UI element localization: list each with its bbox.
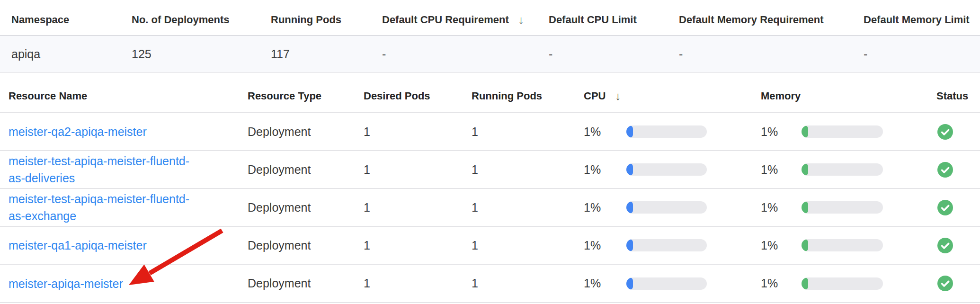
memory-percent: 1% — [761, 239, 802, 252]
status-healthy-icon — [937, 124, 953, 140]
table-row: meister-qa1-apiqa-meister Deployment 1 1… — [0, 226, 980, 264]
resources-table: Resource Name Resource Type Desired Pods… — [0, 73, 980, 303]
col-header-running-pods[interactable]: Running Pods — [472, 83, 584, 102]
cpu-usage: 1% — [584, 125, 761, 139]
namespace-resources-view: Namespace No. of Deployments Running Pod… — [0, 0, 980, 304]
cpu-usage-bar — [626, 239, 707, 251]
memory-usage-bar — [802, 239, 883, 251]
namespace-table: Namespace No. of Deployments Running Pod… — [0, 0, 980, 73]
namespace-table-header: Namespace No. of Deployments Running Pod… — [0, 0, 980, 36]
deployments-count: 125 — [132, 47, 271, 61]
resource-type: Deployment — [248, 277, 364, 290]
desired-pods-value: 1 — [364, 201, 472, 215]
desired-pods-value: 1 — [364, 125, 472, 139]
cpu-usage-bar — [626, 277, 707, 290]
status-cell — [936, 162, 980, 178]
col-header-resource-name[interactable]: Resource Name — [9, 83, 248, 102]
resource-name-link[interactable]: meister-qa2-apiqa-meister — [9, 125, 161, 138]
resources-table-header: Resource Name Resource Type Desired Pods… — [0, 73, 980, 112]
running-pods-value: 1 — [472, 239, 584, 252]
resource-name-link[interactable]: meister-test-apiqa-meister-fluentd- as-e… — [9, 192, 189, 223]
running-pods-count: 117 — [271, 47, 382, 61]
status-cell — [936, 200, 980, 215]
running-pods-value: 1 — [472, 163, 584, 177]
cpu-usage: 1% — [584, 163, 761, 177]
col-header-default-memory-limit[interactable]: Default Memory Limit — [864, 9, 980, 26]
col-header-memory[interactable]: Memory — [761, 83, 936, 102]
resource-type: Deployment — [248, 125, 364, 139]
cpu-usage: 1% — [584, 277, 761, 290]
resource-name-link[interactable]: meister-qa1-apiqa-meister — [9, 239, 161, 252]
table-row: meister-qa2-apiqa-meister Deployment 1 1… — [0, 112, 980, 150]
default-cpu-requirement-value: - — [382, 47, 549, 61]
cpu-percent: 1% — [584, 163, 626, 177]
cpu-usage-bar — [626, 125, 707, 138]
cpu-percent: 1% — [584, 125, 626, 139]
col-header-namespace[interactable]: Namespace — [11, 9, 132, 26]
col-header-resource-type[interactable]: Resource Type — [248, 83, 364, 102]
default-cpu-limit-value: - — [549, 47, 679, 61]
memory-percent: 1% — [761, 125, 802, 139]
resource-type: Deployment — [248, 163, 364, 177]
cpu-usage-bar — [626, 201, 707, 214]
memory-usage: 1% — [761, 239, 936, 252]
running-pods-value: 1 — [472, 201, 584, 215]
desired-pods-value: 1 — [364, 163, 472, 177]
resource-type: Deployment — [248, 239, 364, 252]
cpu-percent: 1% — [584, 239, 626, 252]
col-header-default-memory-requirement[interactable]: Default Memory Requirement — [679, 9, 864, 26]
status-healthy-icon — [937, 162, 953, 178]
col-header-default-cpu-requirement[interactable]: Default CPU Requirement ↓ — [382, 9, 549, 26]
memory-usage-bar — [802, 163, 883, 176]
namespace-row: apiqa 125 117 - - - - — [0, 36, 980, 73]
memory-usage: 1% — [761, 125, 936, 139]
memory-usage: 1% — [761, 201, 936, 215]
memory-usage: 1% — [761, 277, 936, 290]
status-cell — [936, 124, 980, 140]
col-header-running-pods[interactable]: Running Pods — [271, 9, 382, 26]
col-header-cpu[interactable]: CPU ↓ — [584, 83, 761, 102]
sort-descending-icon: ↓ — [518, 14, 524, 26]
running-pods-value: 1 — [472, 277, 584, 290]
col-header-status[interactable]: Status — [936, 83, 980, 102]
sort-descending-icon: ↓ — [615, 90, 621, 102]
memory-usage: 1% — [761, 163, 936, 177]
table-row: meister-test-apiqa-meister-fluentd- as-e… — [0, 188, 980, 226]
status-healthy-icon — [937, 238, 953, 253]
memory-percent: 1% — [761, 163, 802, 177]
memory-usage-bar — [802, 125, 883, 138]
running-pods-value: 1 — [472, 125, 584, 139]
resource-type: Deployment — [248, 201, 364, 215]
status-cell — [936, 238, 980, 253]
col-header-desired-pods[interactable]: Desired Pods — [364, 83, 472, 102]
table-row: meister-test-apiqa-meister-fluentd- as-d… — [0, 150, 980, 188]
default-memory-requirement-value: - — [679, 47, 864, 61]
status-healthy-icon — [937, 200, 953, 215]
memory-usage-bar — [802, 277, 883, 290]
desired-pods-value: 1 — [364, 239, 472, 252]
memory-percent: 1% — [761, 201, 802, 215]
desired-pods-value: 1 — [364, 277, 472, 290]
status-healthy-icon — [937, 276, 953, 291]
memory-usage-bar — [802, 201, 883, 214]
col-header-deployments[interactable]: No. of Deployments — [132, 9, 271, 26]
status-cell — [936, 276, 980, 291]
default-memory-limit-value: - — [864, 47, 980, 61]
namespace-name: apiqa — [11, 47, 132, 61]
resource-name-link[interactable]: meister-test-apiqa-meister-fluentd- as-d… — [9, 154, 189, 185]
memory-percent: 1% — [761, 277, 802, 290]
col-header-default-cpu-limit[interactable]: Default CPU Limit — [549, 9, 679, 26]
cpu-percent: 1% — [584, 201, 626, 215]
cpu-percent: 1% — [584, 277, 626, 290]
cpu-usage: 1% — [584, 201, 761, 215]
table-row: meister-apiqa-meister Deployment 1 1 1% … — [0, 264, 980, 303]
resource-name-link[interactable]: meister-apiqa-meister — [9, 277, 137, 290]
cpu-usage: 1% — [584, 239, 761, 252]
cpu-usage-bar — [626, 163, 707, 176]
